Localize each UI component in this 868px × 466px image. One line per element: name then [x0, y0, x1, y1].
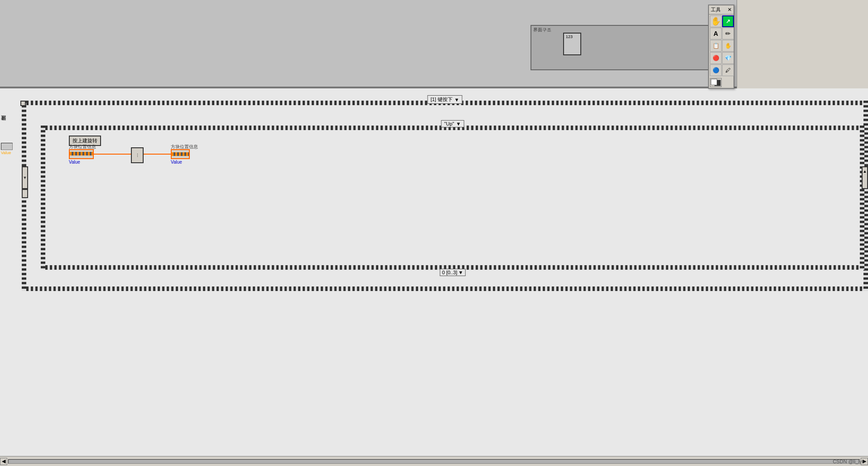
- case-selector-arrow[interactable]: ▼: [454, 97, 459, 102]
- while-border-bottom: [22, 286, 868, 291]
- wire-select-to-right: [144, 154, 171, 155]
- shift-register-right: ▲: [862, 166, 868, 189]
- tetris-preview: 123: [563, 33, 581, 55]
- color-swatches: [709, 77, 733, 88]
- foreground-color[interactable]: [710, 78, 722, 87]
- block-diagram[interactable]: ▼ [1] 键按下 ▼ "Up" ▼ 0 [0..3] ▼: [0, 88, 868, 456]
- case-label-num: 0 [0..3] ▼: [440, 269, 466, 276]
- wire-left-to-select: [94, 154, 131, 155]
- inner-border-right: [860, 126, 864, 270]
- watermark: CSDN @li_lys: [833, 459, 864, 464]
- cluster-left-bars: [70, 152, 93, 155]
- tetris-number: 123: [566, 34, 573, 39]
- tool-color-set[interactable]: 🖊: [722, 64, 734, 76]
- case-selector-up-arrow[interactable]: ▼: [456, 121, 461, 126]
- tool-text[interactable]: A: [710, 28, 722, 39]
- waveform-label: 界面구조: [533, 27, 551, 33]
- inner-case-structure: "Up" ▼ 0 [0..3] ▼ 按上建旋转 方块位置信息 Value ⋮: [41, 126, 864, 270]
- case-label-up: "Up" ▼: [441, 120, 464, 127]
- while-loop-outer: ▼ [1] 键按下 ▼ "Up" ▼ 0 [0..3] ▼: [22, 101, 868, 291]
- case-label-up-text: "Up": [444, 121, 454, 126]
- value-label-right: Value: [171, 160, 182, 165]
- shift-register-right-icon: ▲: [863, 169, 867, 174]
- inner-border-left: [41, 126, 45, 270]
- shift-register-bottom-left: [22, 189, 28, 198]
- status-bar: ◀ ▶: [0, 456, 868, 466]
- cluster-left-node[interactable]: [69, 149, 94, 159]
- tool-breakpoint[interactable]: 🔴: [710, 52, 722, 64]
- tool-scroll[interactable]: 📋: [710, 40, 722, 52]
- tool-probe[interactable]: 💎: [722, 52, 734, 64]
- shift-register-left-icon: ▼: [23, 175, 27, 180]
- front-panel-area: 界面구조 123 降速度 Value 工具 ✕ ✋ ↗ A ✏ 📋 ✋ 🔴 💎 …: [0, 0, 868, 88]
- tool-move[interactable]: ✋: [722, 40, 734, 52]
- speed-display: [1, 143, 13, 150]
- cluster-right-bars: [172, 152, 189, 156]
- tool-wire[interactable]: ✏: [722, 28, 734, 39]
- tools-palette-label: 工具: [711, 6, 721, 13]
- tool-operate[interactable]: ✋: [710, 15, 722, 27]
- tools-palette-close[interactable]: ✕: [728, 7, 732, 13]
- waveform-display: 界面구조 123: [530, 25, 734, 70]
- tools-grid: ✋ ↗ A ✏ 📋 ✋ 🔴 💎 🔵 🖊: [709, 15, 733, 77]
- corner-tl: [20, 101, 26, 106]
- scroll-left-button[interactable]: ◀: [0, 458, 7, 465]
- shift-register-left: ▼: [22, 166, 28, 189]
- tools-palette: 工具 ✕ ✋ ↗ A ✏ 📋 ✋ 🔴 💎 🔵 🖊: [708, 5, 734, 89]
- tool-pointer[interactable]: ↗: [722, 15, 734, 27]
- scroll-track[interactable]: [8, 459, 860, 464]
- right-panel: [737, 0, 868, 88]
- case-label-top-text: [1] 键按下: [430, 96, 452, 103]
- cluster-right-node[interactable]: [171, 149, 190, 159]
- select-node[interactable]: ⋮: [131, 147, 144, 163]
- case-label-top: [1] 键按下 ▼: [427, 95, 462, 104]
- value-label-left: Value: [69, 160, 80, 165]
- color-spacer: [723, 78, 733, 87]
- case-label-num-text: 0 [0..3]: [442, 270, 458, 275]
- fg-color: [711, 79, 717, 85]
- case-num-arrow[interactable]: ▼: [458, 270, 463, 275]
- horizontal-scrollbar[interactable]: ◀ ▶: [0, 456, 868, 466]
- speed-value: Value: [1, 150, 11, 155]
- tool-color-copy[interactable]: 🔵: [710, 64, 722, 76]
- tools-palette-title: 工具 ✕: [709, 5, 733, 15]
